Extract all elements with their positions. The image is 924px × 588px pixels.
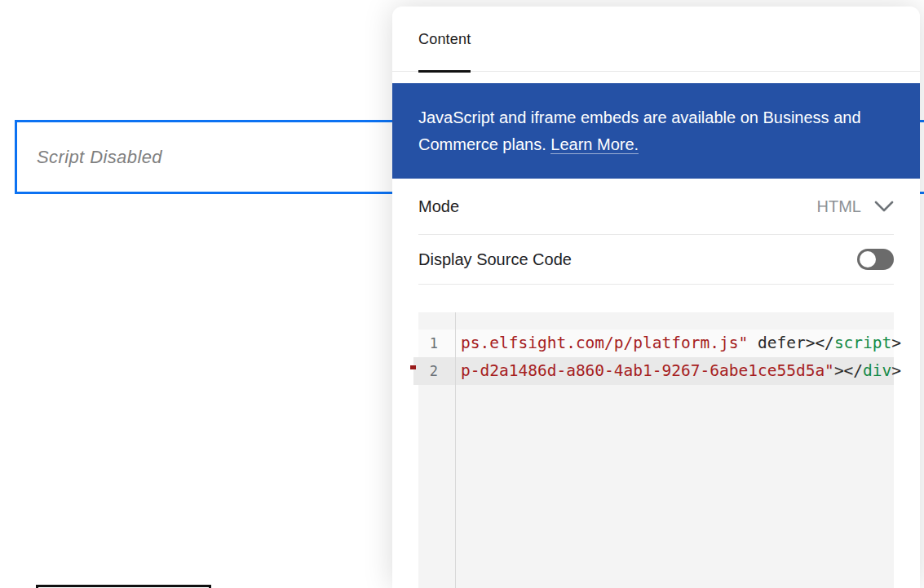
mode-label: Mode <box>418 197 459 216</box>
chevron-down-icon <box>874 201 894 212</box>
code-segment-plain: ></ <box>834 361 863 380</box>
panel-tabbar: Content <box>392 7 920 72</box>
code-segment-tag: div <box>863 361 891 380</box>
script-disabled-label: Script Disabled <box>37 147 162 168</box>
display-source-label: Display Source Code <box>418 250 572 269</box>
code-segment-plain: defer></ <box>748 334 834 352</box>
code-segment-string: ps.elfsight.com/p/platform.js" <box>461 334 748 352</box>
code-line[interactable]: ps.elfsight.com/p/platform.js" defer></s… <box>456 329 894 357</box>
plan-upsell-banner: JavaScript and iframe embeds are availab… <box>392 83 920 179</box>
toggle-knob <box>860 251 876 267</box>
display-source-toggle[interactable] <box>857 249 894 270</box>
scrolled-text-artifact <box>410 365 416 369</box>
bottom-partial-button[interactable] <box>36 585 211 588</box>
mode-select[interactable]: HTML <box>817 197 894 216</box>
code-segment-string: p-d2a1486d-a860-4ab1-9267-6abe1ce55d5a" <box>461 361 834 380</box>
line-number: 1 <box>418 329 455 357</box>
code-segment-plain: > <box>891 334 901 352</box>
mode-value: HTML <box>817 197 861 216</box>
code-editor[interactable]: 12 ps.elfsight.com/p/platform.js" defer>… <box>418 312 894 588</box>
line-number: 2 <box>418 357 455 385</box>
learn-more-link[interactable]: Learn More. <box>550 135 639 154</box>
embed-settings-panel: Content JavaScript and iframe embeds are… <box>392 7 920 588</box>
mode-row: Mode HTML <box>418 179 894 235</box>
code-area[interactable]: ps.elfsight.com/p/platform.js" defer></s… <box>456 312 894 385</box>
code-segment-plain: > <box>891 361 901 380</box>
page: Script Disabled Content JavaScript and i… <box>0 0 924 588</box>
display-source-row: Display Source Code <box>418 235 894 285</box>
editor-gutter: 12 <box>418 312 456 588</box>
banner-text: JavaScript and iframe embeds are availab… <box>418 108 861 153</box>
code-segment-tag: script <box>834 334 891 352</box>
tab-content[interactable]: Content <box>418 7 471 71</box>
code-line[interactable]: p-d2a1486d-a860-4ab1-9267-6abe1ce55d5a">… <box>456 357 894 385</box>
